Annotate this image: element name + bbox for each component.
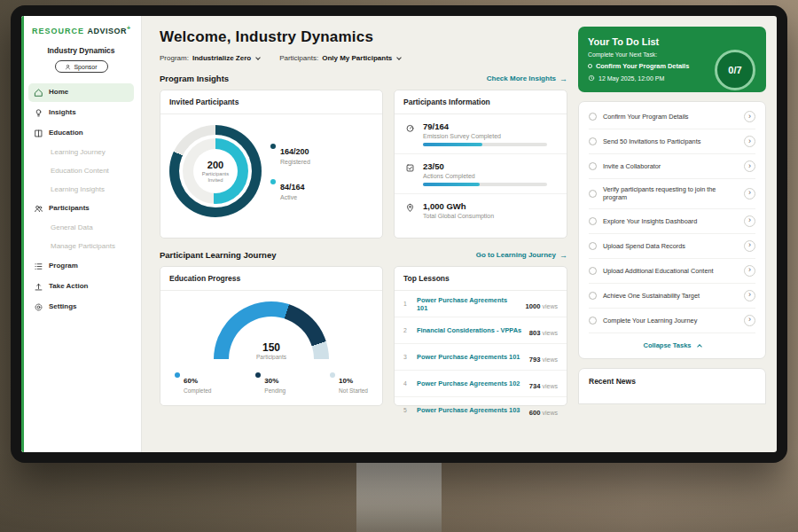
task-checkbox[interactable] bbox=[589, 113, 597, 121]
participants-select-label: Participants: bbox=[279, 54, 318, 62]
participants-select[interactable]: Participants: Only My Participants bbox=[279, 54, 401, 62]
sidebar-item-learning-journey[interactable]: Learning Journey bbox=[28, 145, 134, 161]
list-icon bbox=[34, 262, 43, 271]
lesson-link[interactable]: Power Purchase Agreements 101 bbox=[417, 353, 523, 361]
sponsor-badge[interactable]: Sponsor bbox=[55, 60, 108, 73]
check-more-insights-link[interactable]: Check More Insights bbox=[487, 74, 567, 83]
program-select[interactable]: Program: Industrialize Zero bbox=[160, 54, 260, 62]
todo-tasks-card: Confirm Your Program Details › Send 50 I… bbox=[578, 101, 766, 359]
sidebar-item-label: Manage Participants bbox=[51, 243, 115, 251]
sidebar-item-education[interactable]: Education bbox=[28, 124, 134, 143]
lesson-row: 4 Power Purchase Agreements 102 734views bbox=[395, 371, 567, 397]
legend-item-pending: 30% Pending bbox=[255, 371, 286, 394]
legend-dot bbox=[270, 144, 276, 149]
filter-bar: Program: Industrialize Zero Participants… bbox=[160, 54, 567, 62]
task-checkbox[interactable] bbox=[589, 267, 597, 275]
task-item[interactable]: Confirm Your Program Details › bbox=[589, 105, 755, 129]
sidebar-item-program[interactable]: Program bbox=[28, 257, 134, 276]
legend-item-not-started: 10% Not Started bbox=[330, 371, 368, 394]
gauge-center-label: Participants bbox=[214, 354, 329, 360]
brand-resource: RESOURCE bbox=[32, 27, 84, 35]
task-checkbox[interactable] bbox=[589, 317, 597, 325]
todo-column: Your To Do List Complete Your Next Task:… bbox=[578, 16, 777, 452]
legend-dot bbox=[330, 372, 335, 378]
sidebar-item-home[interactable]: Home bbox=[28, 83, 134, 102]
go-to-learning-journey-link[interactable]: Go to Learning Journey bbox=[476, 251, 567, 260]
lesson-link[interactable]: Power Purchase Agreements 101 bbox=[417, 296, 520, 312]
chevron-up-icon bbox=[697, 344, 702, 349]
gauge-center-value: 150 bbox=[214, 341, 329, 354]
monitor-bezel: RESOURCE ADVISOR+ Industry Dynamics Spon… bbox=[11, 5, 787, 463]
todo-title: Your To Do List bbox=[588, 36, 756, 47]
sidebar-item-education-content[interactable]: Education Content bbox=[28, 163, 134, 180]
task-checkbox[interactable] bbox=[589, 217, 597, 225]
chevron-right-icon[interactable]: › bbox=[744, 111, 755, 122]
task-item[interactable]: Verify participants requesting to join t… bbox=[589, 179, 755, 209]
todo-summary-card: Your To Do List Complete Your Next Task:… bbox=[578, 27, 766, 92]
sidebar-item-participants[interactable]: Participants bbox=[28, 200, 134, 218]
invited-participants-card: Invited Participants 200 Participants In… bbox=[160, 90, 383, 239]
top-lessons-card: Top Lessons 1 Power Purchase Agreements … bbox=[394, 266, 567, 406]
task-item[interactable]: Achieve One Sustainability Target › bbox=[589, 284, 755, 309]
task-checkbox[interactable] bbox=[589, 242, 597, 250]
check-square-icon bbox=[405, 163, 415, 173]
sidebar-item-general-data[interactable]: General Data bbox=[28, 220, 134, 237]
task-item[interactable]: Invite a Collaborator › bbox=[589, 154, 755, 179]
chevron-right-icon[interactable]: › bbox=[744, 240, 755, 252]
task-checkbox[interactable] bbox=[589, 162, 597, 170]
legend-dot bbox=[270, 179, 276, 184]
education-legend: 60% Completed 30% Pending 10% bbox=[160, 360, 382, 394]
lesson-link[interactable]: Power Purchase Agreements 103 bbox=[417, 406, 523, 414]
main-content: Welcome, Industry Dynamics Program: Indu… bbox=[142, 16, 578, 452]
invited-card-title: Invited Participants bbox=[160, 90, 382, 114]
actions-progress-bar bbox=[423, 183, 547, 186]
lesson-link[interactable]: Power Purchase Agreements 102 bbox=[417, 379, 523, 387]
sidebar-item-settings[interactable]: Settings bbox=[28, 298, 134, 317]
arrow-right-icon bbox=[559, 74, 567, 83]
survey-progress-bar bbox=[423, 143, 547, 146]
chevron-right-icon[interactable]: › bbox=[744, 315, 755, 326]
invited-donut-chart: 200 Participants Invited bbox=[169, 125, 262, 217]
section-title-program-insights: Program Insights bbox=[160, 74, 229, 83]
task-checkbox[interactable] bbox=[589, 292, 597, 300]
sidebar-item-insights[interactable]: Insights bbox=[28, 104, 134, 122]
chevron-right-icon[interactable]: › bbox=[744, 136, 755, 147]
info-progress-fill bbox=[423, 183, 480, 186]
chevron-right-icon[interactable]: › bbox=[744, 290, 755, 301]
insights-cards-row: Invited Participants 200 Participants In… bbox=[160, 90, 567, 239]
brand-logo: RESOURCE ADVISOR+ bbox=[28, 25, 134, 35]
sidebar-item-manage-participants[interactable]: Manage Participants bbox=[28, 239, 134, 255]
org-name: Industry Dynamics bbox=[28, 46, 134, 55]
task-checkbox[interactable] bbox=[589, 190, 597, 198]
chevron-right-icon[interactable]: › bbox=[744, 265, 755, 277]
task-item[interactable]: Explore Your Insights Dashboard › bbox=[589, 209, 755, 234]
people-icon bbox=[34, 204, 43, 214]
learning-journey-header: Participant Learning Journey Go to Learn… bbox=[160, 250, 567, 260]
sidebar-item-learning-insights[interactable]: Learning Insights bbox=[28, 182, 134, 199]
task-item[interactable]: Complete Your Learning Journey › bbox=[589, 309, 755, 333]
collapse-tasks-link[interactable]: Collapse Tasks bbox=[589, 333, 755, 358]
book-icon bbox=[34, 129, 43, 138]
chevron-down-icon bbox=[396, 55, 402, 60]
chevron-right-icon[interactable]: › bbox=[744, 160, 755, 172]
upload-action-icon bbox=[34, 282, 43, 292]
task-item[interactable]: Send 50 Invitations to Participants › bbox=[589, 129, 755, 154]
lesson-link[interactable]: Financial Considerations - VPPAs bbox=[417, 326, 523, 334]
lightbulb-icon bbox=[34, 108, 43, 118]
recent-news-title: Recent News bbox=[589, 377, 636, 386]
task-item[interactable]: Upload Additional Educational Content › bbox=[589, 259, 755, 284]
participants-select-value: Only My Participants bbox=[322, 54, 392, 62]
task-checkbox[interactable] bbox=[589, 137, 597, 145]
task-item[interactable]: Upload Spend Data Records › bbox=[589, 234, 755, 259]
recent-news-card: Recent News bbox=[578, 368, 766, 404]
sidebar-item-label: Education bbox=[49, 129, 83, 137]
chevron-right-icon[interactable]: › bbox=[744, 215, 755, 227]
legend-dot bbox=[255, 372, 261, 378]
sidebar-item-take-action[interactable]: Take Action bbox=[28, 278, 134, 296]
todo-next-task[interactable]: Confirm Your Program Details bbox=[588, 62, 712, 70]
sidebar-item-label: Participants bbox=[49, 205, 90, 213]
chevron-right-icon[interactable]: › bbox=[744, 188, 755, 200]
chevron-down-icon bbox=[255, 55, 261, 60]
desk-shadow bbox=[0, 452, 798, 532]
todo-progress-ring: 0/7 bbox=[715, 50, 755, 90]
